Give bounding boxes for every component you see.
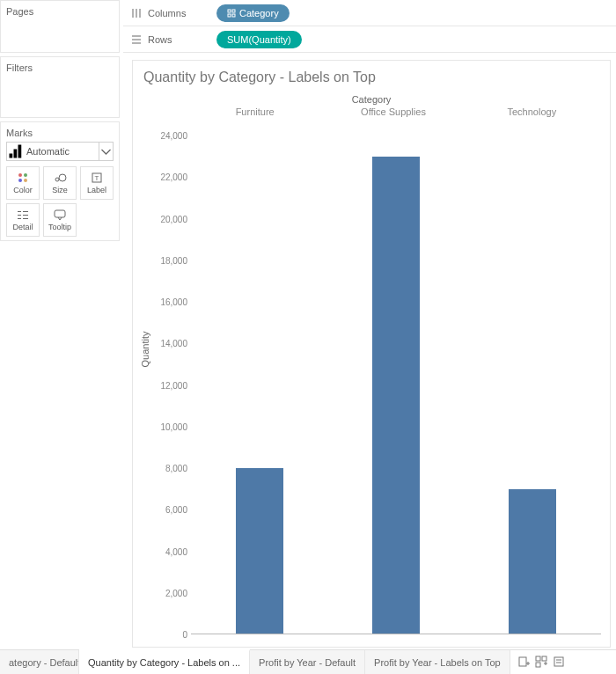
new-worksheet-icon[interactable] (517, 656, 530, 670)
svg-rect-14 (23, 211, 28, 212)
filters-shelf[interactable]: Filters (0, 56, 120, 118)
cat-label-2: Technology (463, 106, 601, 117)
category-header-row: Furniture Office Supplies Technology (133, 105, 610, 117)
bar-office-supplies[interactable] (372, 157, 420, 634)
label-icon: T (90, 172, 104, 184)
svg-point-4 (24, 173, 27, 177)
new-story-icon[interactable] (553, 656, 565, 670)
y-tick: 8,000 (165, 464, 187, 473)
svg-rect-23 (228, 14, 231, 17)
label-button[interactable]: T Label (80, 166, 114, 200)
columns-icon (130, 7, 143, 19)
rows-icon (130, 33, 143, 46)
tab-profit-labels-top[interactable]: Profit by Year - Labels on Top (365, 650, 510, 674)
svg-rect-13 (18, 218, 21, 219)
chevron-down-icon (99, 143, 113, 160)
svg-rect-28 (519, 657, 526, 666)
rows-label: Rows (148, 34, 172, 45)
columns-pill-label: Category (239, 8, 279, 18)
tooltip-button[interactable]: Tooltip (43, 203, 77, 237)
svg-point-5 (18, 179, 22, 182)
y-tick: 14,000 (160, 339, 187, 348)
tab-label: Profit by Year - Default (259, 657, 356, 668)
tab-label: Profit by Year - Labels on Top (374, 657, 501, 668)
cat-label-1: Office Supplies (324, 106, 462, 117)
bar-technology[interactable] (509, 489, 556, 634)
svg-rect-1 (14, 150, 18, 158)
marks-card: Marks Automatic Color Size (0, 121, 120, 241)
marks-type-select[interactable]: Automatic (6, 142, 114, 161)
rows-shelf[interactable]: Rows SUM(Quantity) (123, 26, 616, 53)
tab-label: Quantity by Category - Labels on ... (88, 657, 240, 668)
svg-rect-32 (542, 656, 546, 661)
tab-prev-cut[interactable]: ategory - Default (0, 650, 79, 674)
detail-button[interactable]: Detail (6, 203, 40, 237)
tab-label: ategory - Default (9, 657, 79, 668)
sheet-tabs: ategory - Default Quantity by Category -… (0, 649, 616, 674)
y-axis-title: Quantity (140, 331, 150, 367)
rows-pill-label: SUM(Quantity) (227, 34, 291, 45)
bar-furniture[interactable] (236, 468, 283, 634)
color-icon (16, 172, 30, 184)
y-tick: 16,000 (160, 297, 187, 307)
new-dashboard-icon[interactable] (535, 656, 547, 670)
svg-point-3 (18, 173, 22, 177)
cat-label-0: Furniture (186, 106, 324, 117)
y-tick: 6,000 (165, 505, 187, 515)
y-tick: 4,000 (165, 546, 187, 556)
y-tick: 0 (182, 630, 187, 640)
svg-rect-15 (23, 215, 28, 216)
svg-rect-0 (10, 154, 13, 158)
y-tick: 18,000 (160, 255, 187, 265)
svg-point-7 (55, 178, 59, 181)
dimension-icon (227, 9, 236, 18)
label-label: Label (87, 186, 106, 194)
rows-pill-quantity[interactable]: SUM(Quantity) (216, 31, 302, 48)
size-icon (53, 172, 67, 184)
marks-title: Marks (6, 126, 114, 142)
size-button[interactable]: Size (43, 166, 77, 200)
detail-icon (16, 209, 30, 221)
y-tick: 24,000 (160, 131, 187, 141)
color-label: Color (13, 186, 33, 194)
svg-text:T: T (95, 174, 99, 182)
svg-rect-21 (228, 10, 231, 12)
pages-title: Pages (6, 4, 114, 20)
filters-title: Filters (6, 61, 114, 77)
y-tick: 2,000 (165, 588, 187, 597)
tooltip-icon (53, 209, 67, 221)
baseline (191, 634, 601, 634)
svg-point-6 (24, 179, 27, 182)
pages-shelf[interactable]: Pages (0, 0, 120, 53)
svg-rect-24 (232, 14, 235, 17)
columns-label: Columns (148, 8, 186, 18)
y-tick: 10,000 (160, 421, 187, 431)
svg-rect-31 (536, 656, 540, 661)
detail-label: Detail (12, 223, 33, 231)
svg-rect-12 (18, 215, 21, 216)
tab-quantity-labels-top[interactable]: Quantity by Category - Labels on ... (79, 649, 250, 674)
tab-profit-default[interactable]: Profit by Year - Default (250, 650, 365, 674)
svg-rect-33 (536, 663, 540, 667)
chart-view: Quantity by Category - Labels on Top Cat… (132, 60, 611, 648)
chart-title: Quantity by Category - Labels on Top (133, 61, 610, 85)
svg-rect-36 (554, 657, 563, 666)
y-tick: 22,000 (160, 172, 187, 182)
marks-type-label: Automatic (25, 146, 99, 157)
columns-pill-category[interactable]: Category (216, 4, 290, 22)
svg-rect-11 (18, 211, 21, 212)
svg-point-8 (59, 174, 66, 181)
y-axis: 02,0004,0006,0008,00010,00012,00014,0001… (150, 136, 189, 634)
y-tick: 12,000 (160, 380, 187, 390)
y-tick: 20,000 (160, 214, 187, 223)
color-button[interactable]: Color (6, 166, 40, 200)
automatic-icon (7, 143, 25, 160)
chart-field-header: Category (133, 94, 610, 105)
svg-rect-2 (18, 145, 22, 158)
columns-shelf[interactable]: Columns Category (123, 0, 616, 26)
svg-rect-16 (23, 218, 28, 219)
plot-area (191, 136, 601, 634)
tooltip-label: Tooltip (48, 223, 71, 231)
svg-rect-22 (232, 10, 235, 12)
svg-rect-17 (55, 210, 65, 217)
